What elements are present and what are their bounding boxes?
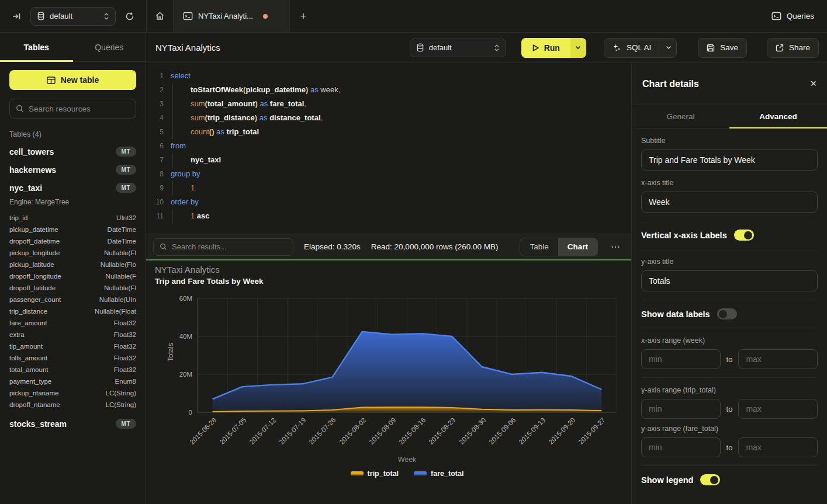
x-range-max-input[interactable] bbox=[738, 349, 818, 369]
table-row[interactable]: stocks_streamMT bbox=[9, 419, 136, 429]
column-row: trip_idUInt32 bbox=[9, 212, 136, 224]
x-axis-title-input[interactable] bbox=[641, 192, 818, 213]
column-row: payment_typeEnum8 bbox=[9, 376, 136, 387]
line-number: 6 bbox=[146, 139, 164, 153]
top-bar: default NYTaxi Analyti.. bbox=[0, 0, 827, 33]
code-line: 7nyc_taxi bbox=[146, 153, 631, 167]
queries-button[interactable]: Queries bbox=[771, 12, 814, 20]
column-row: pickup_ntanameLC(String) bbox=[9, 387, 136, 399]
app-window: default NYTaxi Analyti.. bbox=[0, 0, 827, 504]
to-label: to bbox=[726, 443, 733, 452]
table-engine-badge: MT bbox=[116, 165, 136, 175]
subtitle-input[interactable] bbox=[641, 150, 818, 171]
column-type: Float32 bbox=[114, 352, 136, 364]
column-name: payment_type bbox=[9, 376, 51, 387]
view-toggle-chart[interactable]: Chart bbox=[558, 238, 597, 256]
run-button[interactable]: Run bbox=[521, 38, 586, 58]
results-search[interactable] bbox=[153, 238, 293, 256]
line-number: 11 bbox=[146, 209, 164, 223]
y-range-fare-min-input[interactable] bbox=[641, 437, 721, 457]
console-icon bbox=[771, 12, 781, 20]
query-database-selector[interactable]: default bbox=[410, 39, 506, 57]
column-name: trip_distance bbox=[9, 305, 47, 317]
legend-item-trip_total[interactable]: trip_total bbox=[351, 470, 399, 478]
line-number: 8 bbox=[146, 167, 164, 181]
home-button[interactable] bbox=[146, 0, 173, 32]
view-toggle-table[interactable]: Table bbox=[520, 238, 558, 256]
y-range-trip-max-input[interactable] bbox=[738, 399, 818, 419]
share-button-label: Share bbox=[789, 43, 810, 52]
column-row: trip_distanceNullable(Float bbox=[9, 305, 136, 317]
run-options-caret[interactable] bbox=[570, 38, 586, 58]
y-axis-title-input[interactable] bbox=[641, 270, 818, 291]
table-engine-badge: MT bbox=[116, 419, 136, 429]
column-row: passenger_countNullable(UIn bbox=[9, 294, 136, 305]
column-name: passenger_count bbox=[9, 294, 61, 305]
new-tab-button[interactable]: + bbox=[290, 0, 317, 32]
x-range-min-input[interactable] bbox=[641, 349, 721, 369]
column-row: extraFloat32 bbox=[9, 329, 136, 340]
column-row: tolls_amountFloat32 bbox=[9, 352, 136, 364]
line-number: 1 bbox=[146, 69, 164, 83]
column-name: trip_id bbox=[9, 212, 27, 224]
legend-swatch-icon bbox=[414, 471, 427, 476]
column-type: Nullable(Float bbox=[95, 305, 136, 317]
column-type: Enum8 bbox=[115, 376, 136, 387]
panel-tab-advanced[interactable]: Advanced bbox=[729, 105, 827, 128]
legend-item-fare_total[interactable]: fare_total bbox=[414, 470, 463, 478]
column-name: pickup_datetime bbox=[9, 224, 58, 235]
search-resources-input[interactable] bbox=[29, 105, 132, 113]
vertical-x-axis-labels-toggle[interactable] bbox=[734, 230, 754, 241]
svg-text:60M: 60M bbox=[179, 295, 192, 302]
column-type: LC(String) bbox=[106, 387, 136, 399]
sidebar-search[interactable] bbox=[9, 99, 136, 119]
refresh-button[interactable] bbox=[122, 8, 138, 25]
more-options-button[interactable]: ⋯ bbox=[608, 241, 623, 252]
line-number: 10 bbox=[146, 195, 164, 209]
table-icon bbox=[47, 77, 56, 84]
chart-canvas[interactable]: 020M40M60M bbox=[146, 260, 631, 419]
subtitle-label: Subtitle bbox=[641, 137, 818, 145]
table-row[interactable]: hackernewsMT bbox=[9, 165, 136, 175]
sql-ai-button[interactable]: SQL AI bbox=[604, 38, 677, 58]
play-icon bbox=[532, 44, 539, 52]
table-row[interactable]: nyc_taxiMT bbox=[9, 183, 136, 193]
search-icon bbox=[160, 243, 167, 251]
y-range-trip-min-input[interactable] bbox=[641, 399, 721, 419]
close-icon[interactable]: × bbox=[810, 78, 816, 90]
query-header: NYTaxi Analytics default Run bbox=[146, 33, 827, 63]
save-button[interactable]: Save bbox=[698, 38, 747, 58]
show-legend-toggle[interactable] bbox=[700, 474, 720, 485]
column-type: DateTime bbox=[108, 235, 136, 247]
divider bbox=[641, 328, 818, 328]
topbar-right: Queries bbox=[771, 12, 827, 20]
database-selector[interactable]: default bbox=[30, 7, 116, 26]
column-name: dropoff_longitude bbox=[9, 270, 61, 282]
code-line: 1select bbox=[146, 69, 631, 83]
svg-text:20M: 20M bbox=[179, 371, 192, 378]
collapse-sidebar-button[interactable] bbox=[8, 8, 25, 25]
table-name: nyc_taxi bbox=[9, 183, 116, 193]
show-data-labels-toggle[interactable] bbox=[717, 308, 737, 319]
column-type: Float32 bbox=[114, 329, 136, 340]
search-results-input[interactable] bbox=[172, 242, 287, 251]
sidebar-tab-tables[interactable]: Tables bbox=[0, 33, 73, 61]
column-name: pickup_latitude bbox=[9, 259, 54, 270]
sql-editor[interactable]: 1select2toStartOfWeek(pickup_datetime) a… bbox=[146, 63, 631, 234]
tab-nytaxi-analytics[interactable]: NYTaxi Analyti... bbox=[173, 0, 290, 32]
column-name: dropoff_ntaname bbox=[9, 399, 60, 411]
share-button[interactable]: Share bbox=[767, 38, 819, 58]
sidebar-tab-queries[interactable]: Queries bbox=[73, 33, 146, 61]
share-icon bbox=[776, 44, 784, 52]
chevron-down-icon[interactable] bbox=[666, 46, 672, 50]
table-engine-label: Engine: MergeTree bbox=[9, 198, 136, 206]
line-number: 5 bbox=[146, 125, 164, 139]
table-row[interactable]: cell_towersMT bbox=[9, 147, 136, 157]
panel-tab-general[interactable]: General bbox=[632, 105, 729, 128]
column-row: dropoff_datetimeDateTime bbox=[9, 235, 136, 247]
y-range-fare-max-input[interactable] bbox=[738, 437, 818, 457]
view-toggle: Table Chart bbox=[520, 238, 598, 256]
divider bbox=[641, 221, 818, 221]
new-table-button[interactable]: New table bbox=[9, 70, 136, 90]
database-icon bbox=[416, 43, 424, 52]
